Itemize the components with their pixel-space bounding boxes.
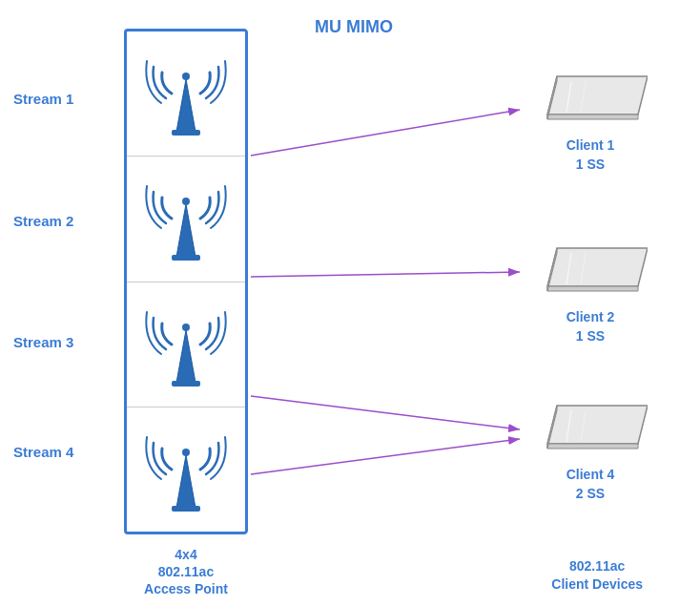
svg-marker-18 bbox=[547, 248, 648, 286]
client-2-tablet-icon bbox=[533, 224, 648, 301]
ap-stream-1 bbox=[127, 31, 245, 157]
svg-point-8 bbox=[182, 324, 190, 331]
svg-marker-19 bbox=[547, 286, 638, 291]
client-1-tablet-icon bbox=[533, 52, 648, 129]
antenna-4-icon bbox=[143, 422, 229, 517]
stream-3-label: Stream 3 bbox=[13, 334, 73, 350]
client-4-device: Client 4 2 SS bbox=[533, 382, 648, 503]
svg-marker-13 bbox=[547, 115, 638, 119]
arrow-stream4-client4 bbox=[251, 439, 520, 474]
svg-point-11 bbox=[182, 449, 190, 456]
antenna-2-icon bbox=[143, 171, 229, 266]
svg-marker-24 bbox=[547, 444, 638, 449]
svg-rect-7 bbox=[172, 381, 200, 387]
ap-stream-4 bbox=[127, 407, 245, 532]
svg-marker-6 bbox=[176, 330, 196, 383]
stream-1-label: Stream 1 bbox=[13, 91, 73, 107]
client-4-tablet-icon bbox=[533, 382, 648, 458]
svg-point-5 bbox=[182, 198, 190, 205]
mu-mimo-label: MU MIMO bbox=[315, 17, 393, 37]
client-devices-label: 802.11ac Client Devices bbox=[551, 557, 643, 595]
svg-rect-4 bbox=[172, 255, 200, 261]
client-4-caption: Client 4 2 SS bbox=[533, 466, 648, 503]
arrow-stream3-client4 bbox=[251, 396, 520, 429]
svg-rect-1 bbox=[172, 130, 200, 136]
client-1-device: Client 1 1 SS bbox=[533, 52, 648, 174]
diagram-container: MU MIMO Stream 1 Stream 2 Stream 3 Strea… bbox=[0, 0, 700, 606]
ap-stream-2 bbox=[127, 157, 245, 282]
ap-caption: 4x4 802.11ac Access Point bbox=[124, 546, 248, 598]
svg-point-2 bbox=[182, 73, 190, 80]
svg-marker-23 bbox=[547, 406, 648, 444]
antenna-1-icon bbox=[143, 46, 229, 141]
arrow-stream1-client1 bbox=[251, 110, 520, 156]
client-2-device: Client 2 1 SS bbox=[533, 224, 648, 345]
svg-rect-10 bbox=[172, 506, 200, 512]
svg-marker-0 bbox=[176, 79, 196, 132]
stream-2-label: Stream 2 bbox=[13, 213, 73, 229]
client-2-caption: Client 2 1 SS bbox=[533, 308, 648, 345]
antenna-3-icon bbox=[143, 297, 229, 392]
stream-4-label: Stream 4 bbox=[13, 444, 73, 460]
client-1-caption: Client 1 1 SS bbox=[533, 136, 648, 174]
access-point-box bbox=[124, 29, 248, 534]
ap-stream-3 bbox=[127, 282, 245, 407]
svg-marker-9 bbox=[176, 455, 196, 508]
svg-marker-12 bbox=[547, 76, 648, 115]
arrow-stream2-client2 bbox=[251, 272, 520, 277]
svg-marker-3 bbox=[176, 204, 196, 257]
